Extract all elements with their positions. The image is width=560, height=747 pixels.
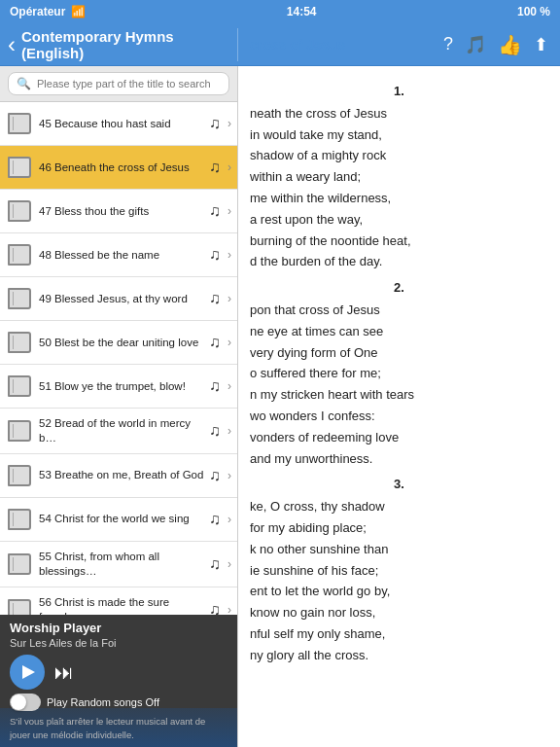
random-label: Play Random songs Off: [47, 696, 159, 708]
verse-line: nful self my only shame,: [250, 624, 548, 645]
music-note-51: ♫: [204, 375, 226, 397]
book-icon-48: [6, 241, 33, 268]
book-icon-54: [6, 506, 33, 533]
player-song: Sur Les Ailes de la Foi: [10, 637, 228, 649]
book-icon-49: [6, 285, 33, 312]
arrow-48: ›: [228, 248, 231, 262]
hymn-item-51[interactable]: 51 Blow ye the trumpet, blow! ♫ ›: [0, 365, 237, 409]
hymn-title-48: 48 Blessed be the name: [39, 248, 204, 263]
book-icon-52: [6, 417, 33, 445]
arrow-50: ›: [228, 336, 231, 349]
hymn-title-55: 55 Christ, from whom all blessings…: [39, 550, 204, 579]
hymn-title-46: 46 Beneath the cross of Jesus: [39, 160, 204, 175]
arrow-46: ›: [228, 160, 231, 174]
nav-right: cross of Jesus ? 🎵 👍 ⬆: [238, 33, 560, 56]
play-button[interactable]: [10, 655, 45, 690]
hymn-item-56[interactable]: 56 Christ is made the sure found… ♫ ›: [0, 587, 237, 616]
hymn-title-54: 54 Christ for the world we sing: [39, 512, 204, 526]
verse-line: very dying form of One: [250, 343, 548, 364]
hymn-item-45[interactable]: 45 Because thou hast said ♫ ›: [0, 102, 237, 146]
verse-num-3: 3.: [250, 475, 548, 495]
music-note-54: ♫: [204, 509, 226, 530]
verse-line: within a weary land;: [250, 167, 548, 188]
hymn-title-47: 47 Bless thou the gifts: [39, 204, 204, 219]
verse-line: burning of the noontide heat,: [250, 231, 548, 252]
music-note-55: ♫: [204, 553, 226, 575]
nav-right-title: cross of Jesus: [250, 37, 345, 53]
verse-line: ie sunshine of his face;: [250, 561, 548, 582]
hymn-item-46[interactable]: 46 Beneath the cross of Jesus ♫ ›: [0, 146, 237, 190]
hymn-item-47[interactable]: 47 Bless thou the gifts ♫ ›: [0, 190, 237, 233]
verse-line: shadow of a mighty rock: [250, 146, 548, 166]
battery-label: 100 %: [517, 5, 550, 18]
carrier-label: Opérateur: [10, 5, 65, 18]
verse-line: ke, O cross, thy shadow: [250, 497, 548, 517]
book-icon-46: [6, 154, 33, 181]
hymn-item-48[interactable]: 48 Blessed be the name ♫ ›: [0, 233, 237, 277]
verse-line: and my unworthiness.: [250, 449, 548, 470]
time-label: 14:54: [287, 5, 317, 18]
hymn-title-50: 50 Blest be the dear uniting love: [39, 336, 204, 350]
arrow-51: ›: [228, 379, 231, 393]
music-icon[interactable]: 🎵: [465, 34, 486, 55]
music-note-49: ♫: [204, 288, 226, 309]
search-container: 🔍: [0, 66, 237, 102]
arrow-47: ›: [228, 204, 231, 218]
toggle-knob: [11, 694, 26, 710]
verse-line: d the burden of the day.: [250, 252, 548, 272]
verse-line: pon that cross of Jesus: [250, 301, 548, 321]
share-icon[interactable]: ⬆: [534, 34, 548, 55]
verse-line: ne eye at times can see: [250, 322, 548, 342]
verse-line: n my stricken heart with tears: [250, 385, 548, 406]
verse-line: for my abiding place;: [250, 518, 548, 539]
book-icon-51: [6, 373, 33, 400]
hymn-title-52: 52 Bread of the world in mercy b…: [39, 416, 204, 445]
hymn-item-50[interactable]: 50 Blest be the dear uniting love ♫ ›: [0, 321, 237, 365]
book-icon-47: [6, 197, 33, 225]
play-icon: [22, 665, 35, 679]
hymn-title-56: 56 Christ is made the sure found…: [39, 595, 204, 616]
status-left: Opérateur 📶: [10, 5, 86, 18]
hymn-item-55[interactable]: 55 Christ, from whom all blessings… ♫ ›: [0, 542, 237, 587]
music-note-47: ♫: [204, 200, 226, 222]
main-content: 🔍 45 Because thou hast said ♫ › 46 Benea…: [0, 66, 560, 747]
search-box[interactable]: 🔍: [8, 72, 229, 95]
verse-line: vonders of redeeming love: [250, 428, 548, 448]
book-icon-50: [6, 329, 33, 356]
hymn-item-53[interactable]: 53 Breathe on me, Breath of God ♫ ›: [0, 454, 237, 498]
music-note-45: ♫: [204, 113, 226, 134]
verse-line: in would take my stand,: [250, 125, 548, 146]
music-note-50: ♫: [204, 332, 226, 353]
hymn-item-52[interactable]: 52 Bread of the world in mercy b… ♫ ›: [0, 409, 237, 454]
player-random: Play Random songs Off: [10, 694, 228, 711]
book-icon-53: [6, 462, 33, 489]
back-button[interactable]: ‹: [8, 33, 16, 56]
verse-num-2: 2.: [250, 278, 548, 299]
hymn-title-49: 49 Blessed Jesus, at thy word: [39, 292, 204, 306]
nav-icon-group: ? 🎵 👍 ⬆: [443, 33, 548, 56]
verse-line: me within the wilderness,: [250, 189, 548, 209]
verse-line: ent to let the world go by,: [250, 582, 548, 602]
arrow-54: ›: [228, 513, 231, 526]
player-controls: ⏭: [10, 655, 228, 690]
nav-left: ‹ Contemporary Hymns (English): [0, 28, 238, 61]
book-icon-45: [6, 110, 33, 137]
search-input[interactable]: [37, 78, 221, 89]
random-toggle[interactable]: [10, 694, 41, 711]
book-icon-56: [6, 596, 33, 616]
hymn-title-51: 51 Blow ye the trumpet, blow!: [39, 379, 204, 394]
hymn-item-49[interactable]: 49 Blessed Jesus, at thy word ♫ ›: [0, 277, 237, 321]
verse-line: know no gain nor loss,: [250, 603, 548, 623]
arrow-55: ›: [228, 557, 231, 571]
music-note-48: ♫: [204, 244, 226, 266]
music-note-46: ♫: [204, 157, 226, 178]
nav-left-title: Contemporary Hymns (English): [21, 28, 237, 61]
player-title: Worship Player: [10, 621, 228, 635]
nav-bar: ‹ Contemporary Hymns (English) cross of …: [0, 23, 560, 66]
help-icon[interactable]: ?: [443, 34, 453, 54]
music-note-53: ♫: [204, 465, 226, 486]
skip-button[interactable]: ⏭: [54, 661, 74, 684]
hymn-item-54[interactable]: 54 Christ for the world we sing ♫ ›: [0, 498, 237, 542]
thumbs-up-icon[interactable]: 👍: [498, 33, 522, 56]
arrow-53: ›: [228, 469, 231, 482]
